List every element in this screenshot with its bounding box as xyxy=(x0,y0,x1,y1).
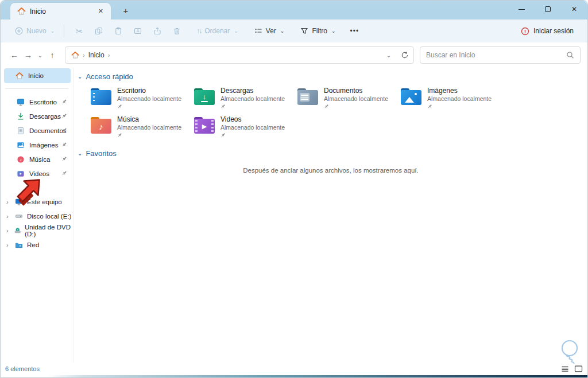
new-tab-button[interactable]: + xyxy=(118,5,133,17)
title-bar: Inicio ✕ + ✕ xyxy=(1,1,587,20)
delete-button[interactable] xyxy=(167,24,187,38)
copy-button[interactable] xyxy=(89,24,109,38)
filter-funnel-icon xyxy=(300,27,308,35)
home-icon xyxy=(16,72,24,80)
sidebar-item-label: Escritorio xyxy=(29,99,57,106)
sidebar-item-label: Descargas xyxy=(29,113,61,120)
expand-chevron-icon[interactable]: › xyxy=(6,198,11,205)
pin-icon xyxy=(220,104,226,109)
sidebar-item-label: Red xyxy=(27,241,39,248)
content-pane: ⌄ Acceso rápido Escritorio Almacenado lo… xyxy=(74,68,587,363)
chevron-down-icon[interactable]: ⌄ xyxy=(78,73,82,80)
minimize-button[interactable] xyxy=(508,1,535,18)
tile-subtitle: Almacenado localmente xyxy=(220,95,285,102)
recent-locations-button[interactable]: ⌄ xyxy=(35,52,45,59)
chevron-down-icon: ⌄ xyxy=(280,28,285,34)
tile-subtitle: Almacenado localmente xyxy=(220,124,285,131)
documents-folder-icon xyxy=(297,88,318,105)
search-box[interactable] xyxy=(420,46,581,64)
up-button[interactable]: ↑ xyxy=(45,49,59,61)
expand-chevron-icon[interactable]: › xyxy=(6,227,10,234)
music-icon: ♪ xyxy=(17,155,25,163)
sidebar-item-disco-local[interactable]: › Disco local (E:) xyxy=(1,209,73,223)
status-bar: 6 elementos xyxy=(1,363,587,375)
search-input[interactable] xyxy=(426,51,566,59)
chevron-right-icon: › xyxy=(83,52,85,59)
new-button[interactable]: Nuevo ⌄ xyxy=(11,24,59,38)
plus-circle-icon xyxy=(15,27,23,35)
tab-inicio[interactable]: Inicio ✕ xyxy=(10,3,111,20)
music-folder-icon: ♪ xyxy=(91,117,111,134)
paste-button[interactable] xyxy=(109,24,128,38)
more-options-button[interactable]: ••• xyxy=(347,27,363,35)
tile-videos[interactable]: ▶ Videos Almacenado localmente xyxy=(193,114,292,143)
view-button[interactable]: Ver ⌄ xyxy=(250,24,289,38)
forward-button[interactable]: → xyxy=(21,49,35,61)
tile-escritorio[interactable]: Escritorio Almacenado localmente xyxy=(90,85,188,114)
sidebar-item-inicio[interactable]: Inicio xyxy=(4,68,71,83)
pin-icon xyxy=(61,170,67,176)
pin-icon xyxy=(61,113,67,119)
section-title: Favoritos xyxy=(86,149,116,158)
pin-icon xyxy=(61,142,67,147)
file-explorer-window: Inicio ✕ + ✕ Nuevo ⌄ ✂ xyxy=(0,0,588,378)
sidebar-item-unidad-dvd[interactable]: › Unidad de DVD (D:) xyxy=(1,223,73,237)
pin-icon xyxy=(117,104,122,109)
cut-button[interactable]: ✂ xyxy=(69,24,89,38)
expand-chevron-icon[interactable]: › xyxy=(6,241,11,248)
address-bar[interactable]: › Inicio › ⌄ xyxy=(65,46,414,64)
tile-name: Imágenes xyxy=(427,87,492,95)
scissors-icon: ✂ xyxy=(76,27,83,36)
breadcrumb-root[interactable]: Inicio xyxy=(88,51,105,59)
chevron-right-icon: › xyxy=(108,52,110,59)
sidebar-item-musica[interactable]: ♪ Música xyxy=(1,152,73,166)
tile-musica[interactable]: ♪ Música Almacenado localmente xyxy=(90,114,188,143)
share-button[interactable] xyxy=(148,24,167,38)
pictures-folder-icon xyxy=(401,88,421,105)
tile-name: Música xyxy=(117,115,181,123)
tab-close-button[interactable]: ✕ xyxy=(95,6,106,16)
sidebar-item-red[interactable]: › Red xyxy=(1,237,73,252)
clipboard-icon xyxy=(114,27,122,35)
lightbulb-watermark xyxy=(555,338,583,371)
rename-button[interactable]: A xyxy=(128,24,148,38)
window-bottom-edge xyxy=(1,375,587,377)
tile-subtitle: Almacenado localmente xyxy=(427,95,492,102)
section-quick-access[interactable]: ⌄ Acceso rápido xyxy=(78,72,133,81)
tile-documentos[interactable]: Documentos Almacenado localmente xyxy=(296,85,395,114)
section-title: Acceso rápido xyxy=(86,72,133,81)
sidebar-divider xyxy=(5,88,68,89)
expand-chevron-icon[interactable]: › xyxy=(6,213,11,220)
maximize-button[interactable] xyxy=(535,1,561,18)
toolbar-divider xyxy=(64,25,64,37)
sidebar-item-descargas[interactable]: Descargas xyxy=(1,109,73,123)
tile-imagenes[interactable]: Imágenes Almacenado localmente xyxy=(400,85,498,114)
search-icon[interactable] xyxy=(566,51,574,59)
red-arrow-annotation xyxy=(12,169,50,207)
chevron-down-icon[interactable]: ⌄ xyxy=(78,150,82,157)
view-label: Ver xyxy=(266,27,276,35)
sign-in-button[interactable]: ! Iniciar sesión xyxy=(516,24,578,38)
pin-icon xyxy=(220,133,226,138)
minimize-icon xyxy=(519,9,525,10)
svg-text:A: A xyxy=(137,29,140,33)
filter-button[interactable]: Filtro ⌄ xyxy=(296,24,339,38)
desktop-icon xyxy=(17,98,25,106)
sort-label: Ordenar xyxy=(204,27,230,35)
tile-name: Escritorio xyxy=(117,87,181,95)
sort-button[interactable]: ↑↓ Ordenar ⌄ xyxy=(192,24,242,38)
share-icon xyxy=(153,27,161,35)
tile-descargas[interactable]: ↓ Descargas Almacenado localmente xyxy=(193,85,292,114)
svg-text:♪: ♪ xyxy=(20,156,22,162)
sidebar-item-documentos[interactable]: Documentos xyxy=(1,123,73,138)
close-button[interactable]: ✕ xyxy=(561,1,587,18)
sidebar-item-imagenes[interactable]: Imágenes xyxy=(1,138,73,152)
back-button[interactable]: ← xyxy=(7,49,21,61)
drive-icon xyxy=(15,212,23,220)
tile-subtitle: Almacenado localmente xyxy=(117,95,181,102)
sidebar-item-escritorio[interactable]: Escritorio xyxy=(1,95,73,109)
address-dropdown-button[interactable]: ⌄ xyxy=(384,52,394,59)
videos-folder-icon: ▶ xyxy=(194,117,215,134)
refresh-button[interactable] xyxy=(401,51,409,59)
section-favorites[interactable]: ⌄ Favoritos xyxy=(78,149,117,158)
